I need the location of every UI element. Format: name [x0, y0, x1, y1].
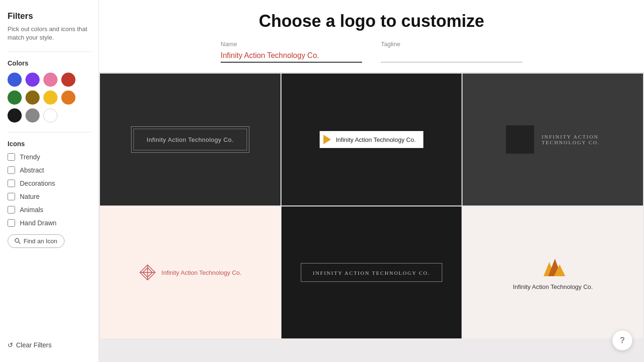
- tagline-label: Tagline: [381, 41, 522, 48]
- filter-decorations-label: Decorations: [20, 180, 55, 187]
- color-purple[interactable]: [25, 73, 40, 87]
- filter-animals-label: Animals: [20, 206, 43, 214]
- color-pink[interactable]: [43, 73, 58, 87]
- card-3-inner: Infinity ActionTechnology Co.: [506, 125, 600, 154]
- logo-grid-container: Infinity Action Technology Co. Infinity …: [99, 73, 644, 362]
- color-black[interactable]: [8, 108, 22, 123]
- svg-point-0: [15, 239, 19, 242]
- filter-hand-drawn[interactable]: Hand Drawn: [8, 219, 91, 227]
- clear-filters-button[interactable]: ↺ Clear Filters: [8, 339, 91, 351]
- filter-hand-drawn-label: Hand Drawn: [20, 219, 57, 227]
- filter-nature-label: Nature: [20, 193, 40, 200]
- card-4-text: Infinity Action Technology Co.: [162, 269, 242, 276]
- fields-row: Name Tagline: [118, 41, 625, 63]
- find-icon-button[interactable]: Find an Icon: [8, 234, 65, 248]
- tagline-field-group: Tagline: [381, 41, 522, 63]
- logo-grid: Infinity Action Technology Co. Infinity …: [99, 73, 644, 339]
- color-blue[interactable]: [8, 73, 22, 87]
- filter-animals[interactable]: Animals: [8, 206, 91, 214]
- main-content: Choose a logo to customize Name Tagline …: [99, 0, 644, 362]
- logo-card-2[interactable]: Infinity Action Technology Co.: [281, 74, 462, 206]
- divider: [8, 51, 91, 52]
- colors-label: Colors: [8, 59, 91, 67]
- card-2-text: Infinity Action Technology Co.: [336, 136, 416, 143]
- card-3-text: Infinity ActionTechnology Co.: [542, 134, 600, 145]
- color-orange[interactable]: [61, 90, 75, 105]
- logo-card-4[interactable]: Infinity Action Technology Co.: [100, 206, 281, 338]
- divider-2: [8, 132, 91, 132]
- color-brown[interactable]: [25, 90, 40, 105]
- find-icon-label: Find an Icon: [24, 238, 58, 245]
- svg-line-1: [19, 242, 21, 244]
- card-6-inner: Infinity Action Technology Co.: [513, 255, 593, 290]
- name-label: Name: [221, 41, 362, 48]
- filter-trendy-label: Trendy: [20, 153, 40, 161]
- flame-icon: [539, 255, 567, 279]
- help-button[interactable]: ?: [612, 330, 633, 351]
- filter-abstract[interactable]: Abstract: [8, 166, 91, 174]
- refresh-icon: ↺: [8, 341, 13, 349]
- filter-decorations[interactable]: Decorations: [8, 180, 91, 187]
- checkbox-decorations[interactable]: [8, 180, 15, 187]
- tagline-input[interactable]: [381, 49, 522, 63]
- clear-filters-label: Clear Filters: [16, 341, 51, 349]
- filters-subtitle: Pick out colors and icons that match you…: [8, 25, 91, 42]
- checkbox-abstract[interactable]: [8, 166, 15, 174]
- card-4-inner: Infinity Action Technology Co.: [139, 264, 242, 281]
- icons-label: Icons: [8, 140, 91, 148]
- card-5-inner: Infinity Action Technology Co.: [301, 263, 442, 282]
- name-input[interactable]: [221, 49, 362, 63]
- card-1-text: Infinity Action Technology Co.: [147, 136, 234, 143]
- filter-abstract-label: Abstract: [20, 166, 44, 174]
- checkbox-nature[interactable]: [8, 193, 15, 200]
- help-icon: ?: [620, 336, 625, 346]
- filter-nature[interactable]: Nature: [8, 193, 91, 200]
- name-field-group: Name: [221, 41, 362, 63]
- color-grid: [8, 73, 91, 123]
- color-red[interactable]: [61, 73, 75, 87]
- color-gray[interactable]: [25, 108, 40, 123]
- card-2-inner: Infinity Action Technology Co.: [320, 131, 423, 148]
- color-white[interactable]: [43, 108, 58, 123]
- filter-trendy[interactable]: Trendy: [8, 153, 91, 161]
- checkbox-hand-drawn[interactable]: [8, 219, 15, 227]
- card-5-text: Infinity Action Technology Co.: [313, 270, 430, 276]
- color-yellow[interactable]: [43, 90, 58, 105]
- logo-card-5[interactable]: Infinity Action Technology Co.: [281, 206, 462, 338]
- logo-card-6[interactable]: Infinity Action Technology Co.: [462, 206, 643, 338]
- checkbox-animals[interactable]: [8, 206, 15, 214]
- logo-card-1[interactable]: Infinity Action Technology Co.: [100, 74, 281, 206]
- card-6-text: Infinity Action Technology Co.: [513, 283, 593, 290]
- page-title: Choose a logo to customize: [118, 11, 625, 31]
- card-3-box: [506, 125, 534, 154]
- checkbox-trendy[interactable]: [8, 153, 15, 161]
- main-header: Choose a logo to customize Name Tagline: [99, 0, 644, 73]
- sidebar: Filters Pick out colors and icons that m…: [0, 0, 99, 362]
- diamond-icon: [139, 264, 156, 281]
- filters-title: Filters: [8, 11, 91, 21]
- logo-card-3[interactable]: Infinity ActionTechnology Co.: [462, 74, 643, 206]
- search-icon: [15, 238, 21, 244]
- play-icon: [323, 135, 331, 144]
- color-green[interactable]: [8, 90, 22, 105]
- card-1-inner: Infinity Action Technology Co.: [131, 126, 249, 153]
